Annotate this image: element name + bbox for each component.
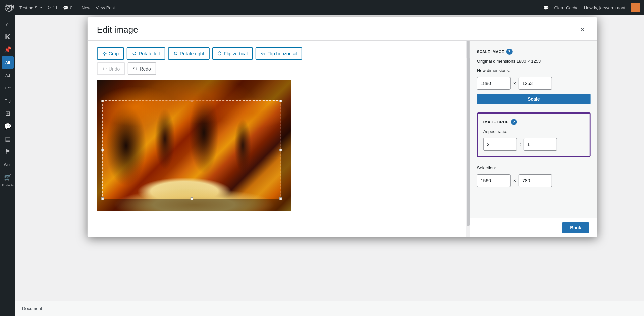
sidebar-item-products[interactable]: 🛒 Products: [2, 171, 14, 187]
crop-handle-midright[interactable]: [279, 149, 282, 151]
crop-selection[interactable]: [102, 100, 281, 199]
scale-dimensions-separator: ×: [513, 81, 516, 86]
scale-button[interactable]: Scale: [477, 94, 591, 104]
chat-icon: 💬: [2, 120, 14, 132]
document-label: Document: [22, 306, 42, 311]
image-canvas[interactable]: [97, 80, 291, 211]
crop-handle-midleft[interactable]: [101, 149, 104, 151]
sidebar-item-ad[interactable]: Ad: [2, 69, 14, 81]
sidebar-item-cat[interactable]: Cat: [2, 82, 14, 94]
editor-toolbar: ⊹ Crop ↺ Rotate left ↻ Rotate right ⇕ Fl…: [97, 47, 457, 60]
crop-help-icon[interactable]: ?: [511, 119, 517, 125]
sidebar-item-woo[interactable]: Woo: [2, 159, 14, 171]
scale-section-title: SCALE IMAGE ?: [477, 49, 591, 55]
selection-section: Selection: ×: [477, 165, 591, 187]
flip-vertical-icon: ⇕: [217, 50, 222, 57]
original-dimensions-label: Original dimensions 1880 × 1253: [477, 59, 591, 64]
selection-separator: ×: [513, 178, 516, 183]
rotate-left-button[interactable]: ↺ Rotate left: [127, 47, 165, 60]
flag-icon: ⚑: [2, 146, 14, 158]
new-dimensions-label: New dimensions:: [477, 68, 591, 73]
crop-handle-topleft[interactable]: [101, 100, 104, 102]
scale-dimensions-row: ×: [477, 77, 591, 90]
layers-icon: ▤: [2, 133, 14, 145]
aspect-ratio-label: Aspect ratio:: [483, 129, 584, 134]
ad-icon: Ad: [2, 69, 14, 81]
bottom-bar: Document: [15, 301, 644, 316]
wp-logo[interactable]: [4, 3, 14, 13]
aspect-height-input[interactable]: [524, 138, 557, 151]
image-wrapper: [97, 80, 457, 211]
modal-title: Edit image: [97, 25, 138, 35]
admin-bar: Testing Site ↻ 11 💬 0 + New View Post 💬 …: [0, 0, 644, 15]
redo-button[interactable]: ↪ Redo: [128, 62, 156, 75]
modal-header: Edit image ×: [88, 17, 597, 41]
sidebar-item-blocks[interactable]: ⊞: [2, 107, 14, 120]
site-name[interactable]: Testing Site: [19, 5, 42, 10]
aspect-colon-separator: :: [520, 142, 521, 147]
sidebar: ⌂ K 📌 All Ad Cat Tag ⊞ 💬 ▤ ⚑ Woo 🛒 Produ…: [0, 15, 15, 316]
edit-image-modal: Edit image × ⊹ Crop ↺ Rotate left ↻ Rota…: [88, 17, 597, 237]
products-label: Products: [2, 184, 14, 187]
close-button[interactable]: ×: [577, 24, 588, 35]
crop-button[interactable]: ⊹ Crop: [97, 47, 124, 60]
pin-icon: 📌: [2, 44, 14, 56]
rotate-right-button[interactable]: ↻ Rotate right: [168, 47, 209, 60]
image-crop-section: IMAGE CROP ? Aspect ratio: :: [477, 112, 591, 157]
scale-image-section: SCALE IMAGE ? Original dimensions 1880 ×…: [477, 49, 591, 104]
new-button[interactable]: + New: [78, 5, 90, 10]
sidebar-item-layers[interactable]: ▤: [2, 133, 14, 145]
selection-label: Selection:: [477, 165, 591, 170]
all-icon: All: [2, 56, 14, 69]
sidebar-item-all[interactable]: All: [2, 56, 14, 69]
sidebar-item-tag[interactable]: Tag: [2, 95, 14, 107]
crop-handle-topmid[interactable]: [190, 100, 193, 102]
scale-help-icon[interactable]: ?: [506, 49, 513, 55]
crop-handle-botmid[interactable]: [190, 197, 193, 200]
rotate-left-icon: ↺: [132, 50, 137, 57]
scale-width-input[interactable]: [477, 77, 511, 90]
modal-body: ⊹ Crop ↺ Rotate left ↻ Rotate right ⇕ Fl…: [88, 41, 597, 218]
comments[interactable]: 💬 0: [63, 5, 72, 10]
flip-horizontal-icon: ⇔: [261, 50, 265, 57]
selection-width-input[interactable]: [477, 174, 511, 187]
editor-panel: ⊹ Crop ↺ Rotate left ↻ Rotate right ⇕ Fl…: [88, 41, 466, 218]
crop-handle-topright[interactable]: [279, 100, 282, 102]
sidebar-item-k[interactable]: K: [2, 31, 14, 43]
flip-horizontal-button[interactable]: ⇔ Flip horizontal: [256, 47, 302, 60]
admin-bar-right: 💬 Clear Cache Howdy, joewarnimont: [543, 3, 640, 12]
dashboard-icon: ⌂: [2, 18, 14, 30]
clear-cache[interactable]: Clear Cache: [554, 5, 578, 10]
k-icon: K: [2, 31, 14, 43]
user-avatar[interactable]: [631, 3, 640, 12]
editor-toolbar-row2: ↩ Undo ↪ Redo: [97, 62, 457, 75]
sidebar-item-chat[interactable]: 💬: [2, 120, 14, 132]
sidebar-item-dashboard[interactable]: ⌂: [2, 18, 14, 30]
crop-handle-botright[interactable]: [279, 197, 282, 200]
products-icon: 🛒: [2, 171, 14, 183]
crop-settings-inner: IMAGE CROP ? Aspect ratio: :: [483, 119, 584, 151]
updates[interactable]: ↻ 11: [47, 5, 57, 10]
sidebar-item-pin[interactable]: 📌: [2, 44, 14, 56]
user-greeting[interactable]: Howdy, joewarnimont: [584, 5, 625, 10]
svg-point-0: [4, 3, 14, 13]
undo-button[interactable]: ↩ Undo: [97, 62, 125, 75]
selection-dimensions-row: ×: [477, 174, 591, 187]
selection-height-input[interactable]: [519, 174, 552, 187]
crop-icon: ⊹: [102, 50, 107, 57]
view-post[interactable]: View Post: [96, 5, 115, 10]
aspect-width-input[interactable]: [483, 138, 517, 151]
redo-icon: ↪: [133, 65, 138, 72]
crop-section-title: IMAGE CROP ?: [483, 119, 584, 125]
tag-icon: Tag: [2, 95, 14, 107]
woo-icon: Woo: [2, 159, 14, 171]
sidebar-item-flag[interactable]: ⚑: [2, 146, 14, 158]
flip-vertical-button[interactable]: ⇕ Flip vertical: [212, 47, 253, 60]
back-button[interactable]: Back: [562, 222, 589, 233]
notifications-icon[interactable]: 💬: [543, 5, 549, 10]
scale-height-input[interactable]: [519, 77, 552, 90]
settings-panel: SCALE IMAGE ? Original dimensions 1880 ×…: [470, 41, 597, 218]
aspect-ratio-row: :: [483, 138, 584, 151]
crop-handle-botleft[interactable]: [101, 197, 104, 200]
blocks-icon: ⊞: [2, 107, 14, 120]
